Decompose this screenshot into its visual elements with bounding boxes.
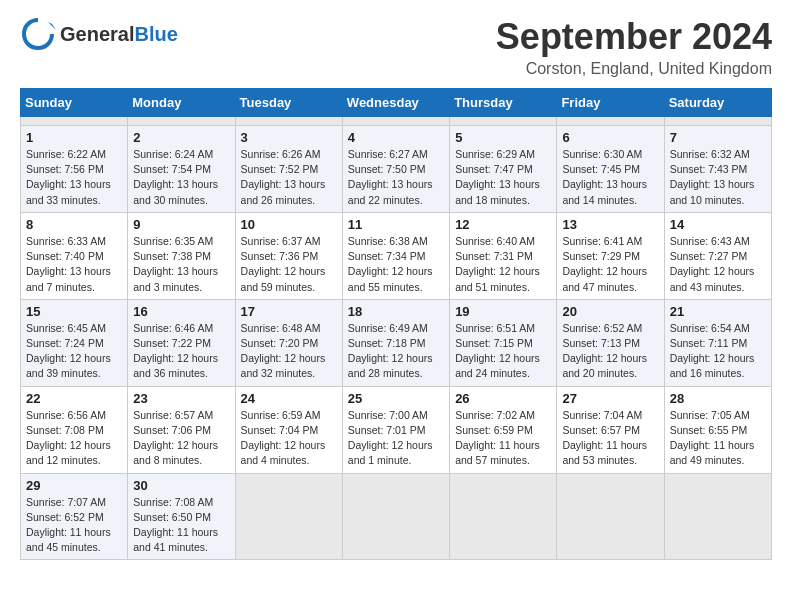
calendar-cell: 3Sunrise: 6:26 AMSunset: 7:52 PMDaylight… [235, 126, 342, 213]
day-info: Sunrise: 6:57 AMSunset: 7:06 PMDaylight:… [133, 408, 229, 469]
calendar-cell: 8Sunrise: 6:33 AMSunset: 7:40 PMDaylight… [21, 212, 128, 299]
calendar-cell: 29Sunrise: 7:07 AMSunset: 6:52 PMDayligh… [21, 473, 128, 560]
calendar-cell: 7Sunrise: 6:32 AMSunset: 7:43 PMDaylight… [664, 126, 771, 213]
calendar-week-row: 1Sunrise: 6:22 AMSunset: 7:56 PMDaylight… [21, 126, 772, 213]
day-info: Sunrise: 7:08 AMSunset: 6:50 PMDaylight:… [133, 495, 229, 556]
day-info: Sunrise: 6:33 AMSunset: 7:40 PMDaylight:… [26, 234, 122, 295]
svg-marker-0 [48, 22, 56, 30]
weekday-header: Sunday [21, 89, 128, 117]
calendar-cell [342, 473, 449, 560]
calendar-cell: 13Sunrise: 6:41 AMSunset: 7:29 PMDayligh… [557, 212, 664, 299]
calendar-cell: 5Sunrise: 6:29 AMSunset: 7:47 PMDaylight… [450, 126, 557, 213]
day-number: 25 [348, 391, 444, 406]
calendar-cell: 21Sunrise: 6:54 AMSunset: 7:11 PMDayligh… [664, 299, 771, 386]
day-number: 22 [26, 391, 122, 406]
calendar-cell: 15Sunrise: 6:45 AMSunset: 7:24 PMDayligh… [21, 299, 128, 386]
day-info: Sunrise: 6:27 AMSunset: 7:50 PMDaylight:… [348, 147, 444, 208]
calendar-cell [557, 473, 664, 560]
page-header: GeneralBlue September 2024 Corston, Engl… [20, 16, 772, 78]
calendar-cell: 9Sunrise: 6:35 AMSunset: 7:38 PMDaylight… [128, 212, 235, 299]
day-number: 18 [348, 304, 444, 319]
calendar-cell [664, 473, 771, 560]
day-number: 5 [455, 130, 551, 145]
day-number: 7 [670, 130, 766, 145]
day-info: Sunrise: 6:22 AMSunset: 7:56 PMDaylight:… [26, 147, 122, 208]
day-number: 2 [133, 130, 229, 145]
day-info: Sunrise: 6:51 AMSunset: 7:15 PMDaylight:… [455, 321, 551, 382]
calendar-cell: 20Sunrise: 6:52 AMSunset: 7:13 PMDayligh… [557, 299, 664, 386]
calendar-cell: 14Sunrise: 6:43 AMSunset: 7:27 PMDayligh… [664, 212, 771, 299]
day-number: 3 [241, 130, 337, 145]
calendar-cell: 25Sunrise: 7:00 AMSunset: 7:01 PMDayligh… [342, 386, 449, 473]
day-number: 14 [670, 217, 766, 232]
calendar-cell: 23Sunrise: 6:57 AMSunset: 7:06 PMDayligh… [128, 386, 235, 473]
day-info: Sunrise: 6:41 AMSunset: 7:29 PMDaylight:… [562, 234, 658, 295]
logo-text: GeneralBlue [60, 23, 178, 46]
day-number: 29 [26, 478, 122, 493]
calendar-cell [235, 473, 342, 560]
day-number: 12 [455, 217, 551, 232]
day-info: Sunrise: 6:35 AMSunset: 7:38 PMDaylight:… [133, 234, 229, 295]
calendar-week-row: 22Sunrise: 6:56 AMSunset: 7:08 PMDayligh… [21, 386, 772, 473]
title-area: September 2024 Corston, England, United … [496, 16, 772, 78]
weekday-header: Monday [128, 89, 235, 117]
day-number: 28 [670, 391, 766, 406]
calendar-cell: 17Sunrise: 6:48 AMSunset: 7:20 PMDayligh… [235, 299, 342, 386]
calendar-week-row [21, 117, 772, 126]
day-number: 16 [133, 304, 229, 319]
day-info: Sunrise: 7:02 AMSunset: 6:59 PMDaylight:… [455, 408, 551, 469]
calendar-cell: 11Sunrise: 6:38 AMSunset: 7:34 PMDayligh… [342, 212, 449, 299]
day-number: 27 [562, 391, 658, 406]
weekday-header: Thursday [450, 89, 557, 117]
calendar-cell: 22Sunrise: 6:56 AMSunset: 7:08 PMDayligh… [21, 386, 128, 473]
day-number: 11 [348, 217, 444, 232]
calendar-cell: 30Sunrise: 7:08 AMSunset: 6:50 PMDayligh… [128, 473, 235, 560]
day-info: Sunrise: 7:07 AMSunset: 6:52 PMDaylight:… [26, 495, 122, 556]
day-number: 9 [133, 217, 229, 232]
day-number: 15 [26, 304, 122, 319]
weekday-header: Wednesday [342, 89, 449, 117]
day-info: Sunrise: 7:00 AMSunset: 7:01 PMDaylight:… [348, 408, 444, 469]
calendar-cell: 1Sunrise: 6:22 AMSunset: 7:56 PMDaylight… [21, 126, 128, 213]
calendar-cell: 19Sunrise: 6:51 AMSunset: 7:15 PMDayligh… [450, 299, 557, 386]
day-info: Sunrise: 6:40 AMSunset: 7:31 PMDaylight:… [455, 234, 551, 295]
day-number: 10 [241, 217, 337, 232]
day-number: 13 [562, 217, 658, 232]
weekday-header: Friday [557, 89, 664, 117]
calendar-cell: 26Sunrise: 7:02 AMSunset: 6:59 PMDayligh… [450, 386, 557, 473]
day-info: Sunrise: 6:46 AMSunset: 7:22 PMDaylight:… [133, 321, 229, 382]
day-info: Sunrise: 7:04 AMSunset: 6:57 PMDaylight:… [562, 408, 658, 469]
day-number: 26 [455, 391, 551, 406]
calendar-cell [342, 117, 449, 126]
day-number: 23 [133, 391, 229, 406]
calendar-cell [235, 117, 342, 126]
day-number: 24 [241, 391, 337, 406]
calendar-week-row: 29Sunrise: 7:07 AMSunset: 6:52 PMDayligh… [21, 473, 772, 560]
day-info: Sunrise: 6:56 AMSunset: 7:08 PMDaylight:… [26, 408, 122, 469]
calendar-cell: 6Sunrise: 6:30 AMSunset: 7:45 PMDaylight… [557, 126, 664, 213]
calendar-cell: 10Sunrise: 6:37 AMSunset: 7:36 PMDayligh… [235, 212, 342, 299]
weekday-header: Tuesday [235, 89, 342, 117]
day-number: 21 [670, 304, 766, 319]
day-number: 20 [562, 304, 658, 319]
calendar-cell: 12Sunrise: 6:40 AMSunset: 7:31 PMDayligh… [450, 212, 557, 299]
day-number: 4 [348, 130, 444, 145]
day-info: Sunrise: 6:59 AMSunset: 7:04 PMDaylight:… [241, 408, 337, 469]
month-title: September 2024 [496, 16, 772, 58]
day-info: Sunrise: 7:05 AMSunset: 6:55 PMDaylight:… [670, 408, 766, 469]
logo: GeneralBlue [20, 16, 178, 52]
calendar-cell: 27Sunrise: 7:04 AMSunset: 6:57 PMDayligh… [557, 386, 664, 473]
calendar-header-row: SundayMondayTuesdayWednesdayThursdayFrid… [21, 89, 772, 117]
day-info: Sunrise: 6:24 AMSunset: 7:54 PMDaylight:… [133, 147, 229, 208]
logo-blue: Blue [134, 23, 177, 45]
calendar-table: SundayMondayTuesdayWednesdayThursdayFrid… [20, 88, 772, 560]
day-info: Sunrise: 6:38 AMSunset: 7:34 PMDaylight:… [348, 234, 444, 295]
day-info: Sunrise: 6:43 AMSunset: 7:27 PMDaylight:… [670, 234, 766, 295]
calendar-cell: 16Sunrise: 6:46 AMSunset: 7:22 PMDayligh… [128, 299, 235, 386]
calendar-cell [21, 117, 128, 126]
day-number: 1 [26, 130, 122, 145]
day-number: 17 [241, 304, 337, 319]
calendar-cell [664, 117, 771, 126]
day-number: 6 [562, 130, 658, 145]
day-info: Sunrise: 6:37 AMSunset: 7:36 PMDaylight:… [241, 234, 337, 295]
